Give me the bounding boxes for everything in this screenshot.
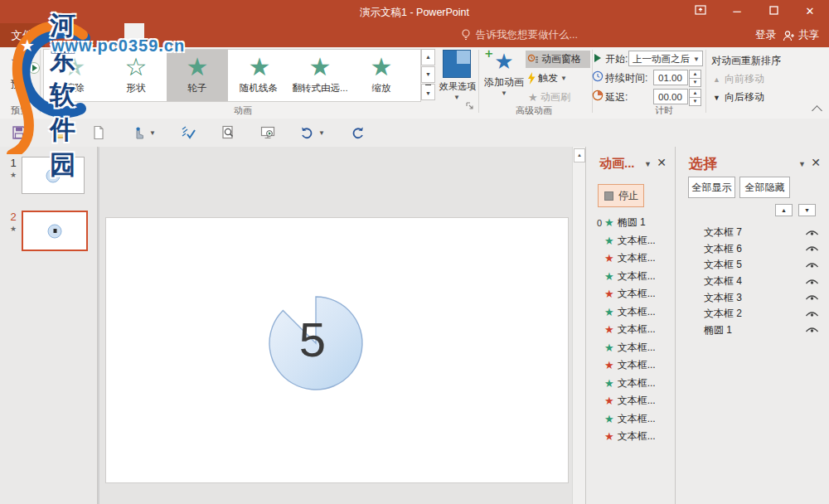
move-earlier-button[interactable]: ▲ 向前移动 — [713, 72, 764, 86]
add-animation-button[interactable]: ★＋ 添加动画 ▼ — [481, 49, 527, 97]
gallery-more-button[interactable]: ▼ — [421, 84, 435, 100]
redo-button[interactable] — [350, 125, 365, 140]
ribbon-display-options-button[interactable] — [690, 4, 711, 19]
animation-dialog-launcher[interactable] — [466, 102, 474, 110]
animation-pane-button[interactable]: 动画窗格 — [526, 51, 590, 68]
start-select[interactable]: 上一动画之后 ▼ — [628, 51, 703, 66]
preview-button[interactable]: ★ 预览 ▼ — [3, 49, 38, 99]
gallery-scroll-up-button[interactable]: ▲ — [421, 49, 435, 65]
tab-view[interactable] — [184, 23, 204, 47]
tab-review[interactable] — [164, 23, 184, 47]
pointer-mode-button[interactable] — [131, 125, 146, 140]
visibility-eye-icon[interactable] — [805, 229, 819, 237]
selection-move-up-button[interactable]: ▲ — [775, 204, 793, 216]
selection-pane-menu-arrow[interactable]: ▼ — [798, 160, 806, 168]
anim-item-textbox[interactable]: ★ 文本框... — [594, 428, 673, 446]
sel-item-textbox-7[interactable]: 文本框 7 — [676, 225, 829, 241]
tab-insert[interactable] — [65, 23, 85, 47]
tab-file[interactable]: 文件 — [0, 23, 45, 47]
visibility-eye-icon[interactable] — [805, 293, 819, 302]
slide-thumbnail-2[interactable]: 2 ★ — [5, 211, 90, 251]
slide-canvas[interactable]: 5 — [105, 217, 569, 483]
open-button[interactable] — [51, 125, 66, 140]
tab-design[interactable] — [85, 23, 104, 47]
trigger-dropdown-arrow[interactable]: ▼ — [560, 75, 567, 82]
tab-animations[interactable] — [124, 23, 144, 47]
add-animation-dropdown-arrow[interactable]: ▼ — [481, 90, 527, 97]
animation-indicator-star-icon[interactable]: ★ — [5, 225, 22, 233]
anim-effect-random-bars[interactable]: ★ 随机线条 — [228, 50, 289, 101]
sel-item-textbox-2[interactable]: 文本框 2 — [676, 306, 829, 322]
anim-effect-zoom[interactable]: ★ 缩放 — [351, 50, 412, 101]
animation-pane-menu-arrow[interactable]: ▼ — [644, 160, 652, 168]
undo-dropdown-arrow[interactable]: ▼ — [318, 129, 325, 137]
undo-button[interactable] — [300, 125, 315, 140]
gallery-scroll-down-button[interactable]: ▼ — [421, 66, 435, 83]
hide-all-button[interactable]: 全部隐藏 — [739, 177, 790, 198]
move-later-button[interactable]: ▼ 向后移动 — [713, 90, 764, 104]
pointer-mode-dropdown-arrow[interactable]: ▼ — [149, 129, 156, 137]
tab-developer[interactable] — [204, 23, 224, 47]
anim-item-textbox[interactable]: ★ 文本框... — [594, 250, 673, 268]
anim-effect-fly-in[interactable]: ★ 翻转式由远... — [289, 50, 351, 101]
anim-effect-shape[interactable]: ☆ 形状 — [105, 50, 167, 101]
tab-transitions[interactable] — [104, 23, 124, 47]
anim-item-textbox[interactable]: ★ 文本框... — [594, 303, 673, 322]
slide-thumbnail-image[interactable] — [22, 157, 85, 194]
anim-effect-wipe[interactable]: ★ 擦除 — [44, 50, 105, 101]
share-button[interactable]: 共享 — [778, 23, 824, 47]
sel-item-textbox-6[interactable]: 文本框 6 — [676, 241, 829, 258]
anim-effect-wheel[interactable]: ★ 轮子 — [167, 50, 228, 101]
stop-button[interactable]: 停止 — [598, 184, 644, 207]
anim-item-textbox[interactable]: ★ 文本框... — [594, 268, 673, 286]
slide-thumbnail-1[interactable]: 1 ★ — [5, 157, 90, 194]
spell-check-button[interactable] — [181, 125, 196, 140]
anim-item-textbox[interactable]: ★ 文本框... — [594, 321, 673, 339]
preview-dropdown-arrow[interactable]: ▼ — [3, 91, 38, 99]
anim-item-textbox[interactable]: ★ 文本框... — [594, 410, 673, 429]
visibility-eye-icon[interactable] — [805, 261, 819, 269]
delay-spinner[interactable]: ▲▼ — [689, 89, 701, 106]
visibility-eye-icon[interactable] — [805, 310, 819, 318]
vertical-scrollbar[interactable]: ▲ — [572, 147, 585, 504]
sel-item-ellipse-1[interactable]: 椭圆 1 — [676, 322, 829, 339]
tab-slideshow[interactable] — [144, 23, 164, 47]
sel-item-textbox-3[interactable]: 文本框 3 — [676, 289, 829, 306]
sel-item-textbox-5[interactable]: 文本框 5 — [676, 257, 829, 274]
collapse-ribbon-button[interactable] — [812, 105, 822, 116]
anim-item-textbox[interactable]: ★ 文本框... — [594, 392, 673, 410]
animation-pane-close-icon[interactable]: ✕ — [657, 156, 667, 169]
anim-item-ellipse-1[interactable]: 0 ★ 椭圆 1 — [594, 214, 673, 232]
new-document-button[interactable] — [91, 125, 106, 140]
visibility-eye-icon[interactable] — [805, 278, 819, 286]
save-button[interactable] — [12, 125, 27, 140]
tell-me-box[interactable]: 告诉我您想要做什么... — [461, 23, 578, 47]
effect-options-dropdown-arrow[interactable]: ▼ — [438, 94, 476, 101]
scroll-up-button[interactable]: ▲ — [574, 148, 585, 162]
delay-input[interactable]: 00.00 — [653, 89, 688, 104]
visibility-eye-icon[interactable] — [805, 245, 819, 253]
anim-item-textbox[interactable]: ★ 文本框... — [594, 285, 673, 303]
anim-item-textbox[interactable]: ★ 文本框... — [594, 356, 673, 375]
show-all-button[interactable]: 全部显示 — [688, 177, 735, 198]
anim-item-textbox[interactable]: ★ 文本框... — [594, 339, 673, 357]
selection-move-down-button[interactable]: ▼ — [798, 204, 816, 216]
duration-spinner[interactable]: ▲▼ — [689, 70, 701, 87]
close-button[interactable]: ✕ — [799, 4, 821, 19]
anim-item-textbox[interactable]: ★ 文本框... — [594, 375, 673, 393]
minimize-button[interactable]: ─ — [726, 4, 748, 19]
selection-pane-close-icon[interactable]: ✕ — [811, 156, 821, 169]
maximize-button[interactable] — [763, 4, 784, 19]
sel-item-textbox-4[interactable]: 文本框 4 — [676, 274, 829, 290]
print-preview-button[interactable] — [221, 125, 235, 140]
animation-painter-button[interactable]: ★ 动画刷 — [528, 90, 570, 104]
visibility-eye-icon[interactable] — [805, 326, 819, 334]
animation-indicator-star-icon[interactable]: ★ — [5, 171, 22, 179]
tab-home[interactable] — [45, 23, 65, 47]
slide-thumbnail-image[interactable] — [22, 211, 88, 251]
effect-options-button[interactable]: 效果选项 ▼ — [438, 49, 476, 101]
duration-input[interactable]: 01.00 — [653, 70, 688, 85]
sign-in-button[interactable]: 登录 — [755, 23, 776, 47]
trigger-button[interactable]: 触发 ▼ — [528, 70, 567, 85]
anim-item-textbox[interactable]: ★ 文本框... — [594, 232, 673, 250]
